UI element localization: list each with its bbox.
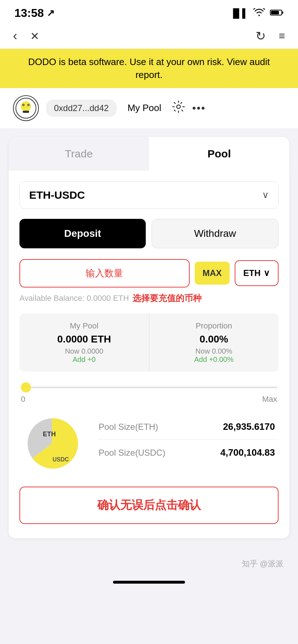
beta-banner: DODO is beta software. Use it at your ow… [0, 49, 298, 88]
my-pool-now: Now 0.0000 [19, 347, 149, 355]
battery-icon [270, 8, 284, 18]
beta-text: DODO is beta software. Use it at your ow… [28, 56, 270, 80]
amount-input[interactable] [19, 259, 190, 288]
my-pool-label: My Pool [19, 321, 149, 331]
my-pool-button[interactable]: My Pool [124, 100, 165, 116]
token-chevron-icon: ∨ [263, 268, 270, 278]
slider-dot[interactable] [21, 382, 31, 392]
action-row: Deposit Withdraw [19, 219, 279, 248]
menu-button[interactable]: ≡ [279, 30, 285, 42]
location-icon: ↗ [47, 8, 55, 19]
watermark: 知乎 @派派 [0, 553, 298, 575]
my-pool-stat: My Pool 0.0000 ETH Now 0.0000 Add +0 [19, 313, 149, 372]
more-button[interactable]: ••• [192, 102, 206, 114]
pool-size-eth-row: Pool Size(ETH) 26,935.6170 [99, 421, 275, 432]
proportion-now: Now 0.00% [149, 347, 279, 355]
wifi-icon [253, 8, 265, 18]
available-balance-row: Available Balance: 0.0000 ETH 选择要充值的币种 [19, 293, 279, 304]
nav-left: ‹ ✕ [13, 28, 39, 43]
tab-pool[interactable]: Pool [149, 137, 289, 171]
svg-rect-2 [271, 11, 279, 14]
pool-size-usdc-key: Pool Size(USDC) [99, 448, 165, 458]
tab-trade[interactable]: Trade [9, 137, 149, 171]
pie-section: ETH USDC Pool Size(ETH) 26,935.6170 Pool… [19, 415, 279, 472]
pool-card: ETH-USDC ∨ Deposit Withdraw MAX ETH ∨ [9, 171, 289, 538]
svg-rect-1 [282, 12, 283, 14]
tab-row: Trade Pool [9, 137, 289, 171]
pool-size-list: Pool Size(ETH) 26,935.6170 Pool Size(USD… [99, 421, 275, 465]
home-bar [113, 581, 185, 584]
home-indicator [0, 575, 298, 592]
pair-label: ETH-USDC [29, 189, 85, 201]
pool-size-eth-value: 26,935.6170 [223, 421, 275, 432]
available-balance-text: Available Balance: 0.0000 ETH [19, 294, 129, 303]
svg-point-8 [23, 105, 24, 105]
nav-right: ↻ ≡ [256, 29, 285, 43]
pool-size-usdc-row: Pool Size(USDC) 4,700,104.83 [99, 447, 275, 458]
slider-labels: 0 Max [19, 395, 279, 404]
select-currency-hint: 选择要充值的币种 [132, 293, 202, 304]
slider-row [19, 382, 279, 392]
withdraw-button[interactable]: Withdraw [152, 219, 279, 248]
proportion-stat: Proportion 0.00% Now 0.00% Add +0.00% [149, 313, 279, 372]
svg-point-4 [21, 101, 31, 111]
browser-nav-bar: ‹ ✕ ↻ ≡ [0, 23, 298, 49]
pair-selector[interactable]: ETH-USDC ∨ [19, 181, 279, 209]
status-icons: ▐▌▌ [230, 8, 284, 18]
svg-rect-7 [23, 111, 29, 113]
svg-point-9 [28, 105, 29, 105]
confirm-button[interactable]: 确认无误后点击确认 [19, 487, 279, 524]
signal-icon: ▐▌▌ [230, 8, 248, 18]
dodo-logo [13, 95, 39, 121]
max-button[interactable]: MAX [195, 262, 230, 285]
token-selector[interactable]: ETH ∨ [235, 260, 279, 286]
status-bar: 13:58 ↗ ▐▌▌ [0, 0, 298, 23]
pool-size-divider [99, 440, 275, 440]
app-header: 0xdd27...dd42 My Pool ••• [0, 88, 298, 128]
clock: 13:58 [14, 6, 44, 20]
svg-text:ETH: ETH [43, 431, 56, 438]
pie-chart: ETH USDC [23, 415, 81, 472]
slider-max-label: Max [262, 395, 277, 404]
proportion-value: 0.00% [149, 334, 279, 345]
chevron-down-icon: ∨ [262, 189, 269, 201]
proportion-add: Add +0.00% [149, 355, 279, 364]
svg-point-10 [177, 105, 180, 109]
pool-stats: My Pool 0.0000 ETH Now 0.0000 Add +0 Pro… [19, 313, 279, 372]
back-button[interactable]: ‹ [13, 28, 17, 43]
wallet-address: 0xdd27...dd42 [46, 100, 117, 117]
pool-size-eth-key: Pool Size(ETH) [99, 422, 158, 432]
refresh-button[interactable]: ↻ [256, 29, 266, 43]
svg-text:USDC: USDC [53, 456, 69, 463]
proportion-label: Proportion [149, 321, 279, 331]
main-content: Trade Pool ETH-USDC ∨ Deposit Withdraw M… [0, 128, 298, 553]
slider-track[interactable] [31, 387, 277, 388]
settings-button[interactable] [172, 100, 185, 116]
pool-size-usdc-value: 4,700,104.83 [220, 447, 275, 458]
my-pool-add: Add +0 [19, 355, 149, 364]
my-pool-value: 0.0000 ETH [19, 334, 149, 345]
close-button[interactable]: ✕ [30, 30, 39, 42]
status-time: 13:58 ↗ [14, 6, 55, 20]
slider-min-label: 0 [21, 395, 25, 404]
input-row: MAX ETH ∨ [19, 259, 279, 288]
deposit-button[interactable]: Deposit [19, 219, 146, 248]
